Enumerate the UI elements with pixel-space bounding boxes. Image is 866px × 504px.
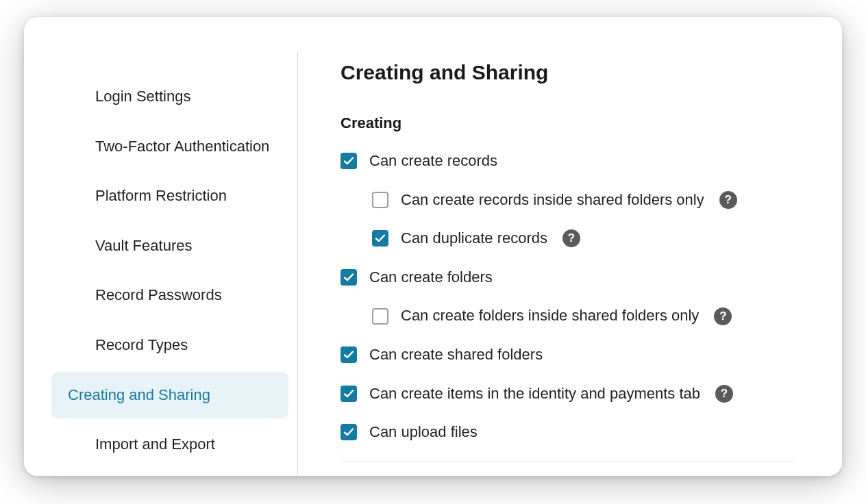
option-label: Can create folders	[369, 268, 493, 288]
checkbox-upload-files[interactable]	[341, 424, 357, 440]
sidebar-item-record-types[interactable]: Record Types	[51, 322, 288, 369]
settings-sidebar: Login Settings Two-Factor Authentication…	[24, 17, 298, 476]
option-duplicate-records: Can duplicate records ?	[372, 229, 795, 249]
main-panel: Creating and Sharing Creating Can create…	[298, 17, 842, 476]
checkbox-create-folders[interactable]	[341, 269, 357, 286]
option-create-shared-folders: Can create shared folders	[341, 345, 795, 365]
help-icon[interactable]: ?	[562, 229, 580, 247]
sidebar-item-two-factor[interactable]: Two-Factor Authentication	[51, 123, 288, 171]
settings-card: Login Settings Two-Factor Authentication…	[24, 17, 842, 476]
sidebar-item-vault-features[interactable]: Vault Features	[51, 223, 288, 270]
sidebar-item-login-settings[interactable]: Login Settings	[51, 73, 288, 121]
option-upload-files: Can upload files	[341, 423, 795, 442]
sidebar-item-record-passwords[interactable]: Record Passwords	[51, 272, 288, 319]
option-create-records-shared-only: Can create records inside shared folders…	[372, 190, 795, 210]
check-icon	[343, 155, 354, 166]
option-create-folders-shared-only: Can create folders inside shared folders…	[372, 306, 795, 326]
help-icon[interactable]: ?	[714, 307, 732, 325]
check-icon	[343, 388, 354, 399]
option-label: Can create shared folders	[369, 345, 543, 365]
check-icon	[375, 233, 386, 244]
option-create-records: Can create records	[341, 151, 795, 171]
sidebar-item-import-export[interactable]: Import and Export	[51, 421, 288, 468]
checkbox-create-identity-payments[interactable]	[341, 386, 357, 402]
divider	[341, 462, 795, 462]
option-create-identity-payments: Can create items in the identity and pay…	[341, 384, 795, 404]
option-label: Can create folders inside shared folders…	[401, 306, 699, 326]
help-icon[interactable]: ?	[719, 191, 737, 209]
sidebar-item-creating-sharing[interactable]: Creating and Sharing	[51, 372, 288, 419]
page-title: Creating and Sharing	[341, 61, 795, 84]
checkbox-create-folders-shared-only[interactable]	[372, 308, 388, 325]
checkbox-create-records[interactable]	[341, 153, 357, 169]
option-label: Can create records inside shared folders…	[401, 190, 704, 210]
option-create-folders: Can create folders	[341, 268, 795, 288]
sidebar-item-keeperfill[interactable]: KeeperFill	[51, 471, 288, 476]
checkbox-create-records-shared-only[interactable]	[372, 192, 388, 208]
option-label: Can duplicate records	[401, 229, 547, 249]
section-creating-title: Creating	[341, 114, 795, 132]
option-label: Can create items in the identity and pay…	[369, 384, 700, 404]
option-label: Can upload files	[369, 423, 478, 442]
checkbox-create-shared-folders[interactable]	[341, 346, 357, 363]
option-label: Can create records	[369, 151, 497, 171]
check-icon	[343, 349, 354, 360]
checkbox-duplicate-records[interactable]	[372, 230, 388, 247]
check-icon	[343, 427, 354, 438]
help-icon[interactable]: ?	[715, 385, 733, 403]
check-icon	[343, 272, 354, 283]
sidebar-item-platform-restriction[interactable]: Platform Restriction	[51, 173, 288, 220]
